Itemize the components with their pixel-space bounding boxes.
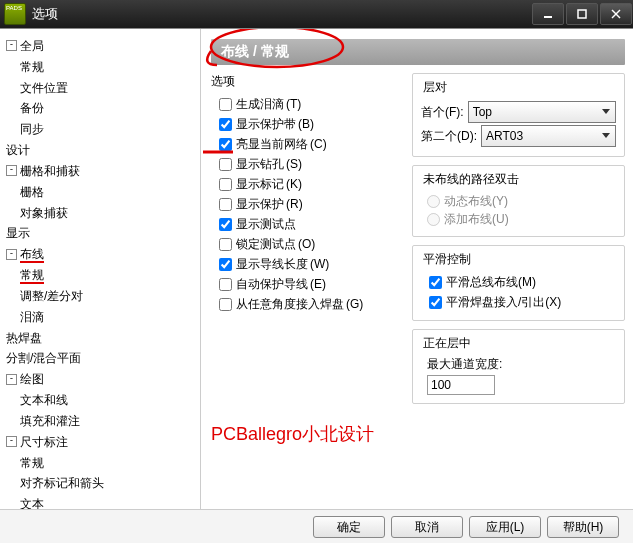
option-checkbox[interactable] bbox=[219, 238, 232, 251]
option-checkbox[interactable] bbox=[219, 198, 232, 211]
first-layer-label: 首个(F): bbox=[421, 104, 464, 121]
cancel-button[interactable]: 取消 bbox=[391, 516, 463, 538]
option-row: 亮显当前网络(C) bbox=[211, 134, 396, 154]
tree-node[interactable]: 文本和线 bbox=[20, 393, 68, 407]
option-accel: (B) bbox=[298, 117, 314, 131]
option-accel: (K) bbox=[286, 177, 302, 191]
tree-node[interactable]: 文件位置 bbox=[20, 80, 68, 94]
tree-node-grid[interactable]: 栅格和捕获 bbox=[20, 164, 80, 178]
option-row: 显示标记(K) bbox=[211, 174, 396, 194]
option-accel: (S) bbox=[286, 157, 302, 171]
tree-node[interactable]: 栅格 bbox=[20, 185, 44, 199]
option-checkbox[interactable] bbox=[219, 138, 232, 151]
ok-button[interactable]: 确定 bbox=[313, 516, 385, 538]
layer-pair-title: 层对 bbox=[421, 79, 449, 96]
category-tree[interactable]: -全局 常规 文件位置 备份 同步 设计 -栅格和捕获 栅格 对象捕获 显示 bbox=[0, 29, 201, 509]
option-row: 显示导线长度(W) bbox=[211, 254, 396, 274]
tree-toggle-icon[interactable]: - bbox=[6, 249, 17, 260]
option-checkbox[interactable] bbox=[219, 98, 232, 111]
tree-node[interactable]: 对象捕获 bbox=[20, 205, 68, 219]
tree-node[interactable]: 备份 bbox=[20, 101, 44, 115]
second-layer-label: 第二个(D): bbox=[421, 128, 477, 145]
tree-node-dimension[interactable]: 尺寸标注 bbox=[20, 435, 68, 449]
unrouted-title: 未布线的路径双击 bbox=[421, 171, 521, 188]
tree-node[interactable]: 泪滴 bbox=[20, 310, 44, 324]
option-label: 显示标记 bbox=[236, 176, 284, 193]
second-layer-select[interactable]: ART03 bbox=[481, 125, 616, 147]
tree-toggle-icon[interactable]: - bbox=[6, 40, 17, 51]
tree-node-draw[interactable]: 绘图 bbox=[20, 372, 44, 386]
close-button[interactable] bbox=[600, 3, 632, 25]
tree-node[interactable]: 对齐标记和箭头 bbox=[20, 476, 104, 490]
maximize-button[interactable] bbox=[566, 3, 598, 25]
dynamic-route-label: 动态布线(Y) bbox=[444, 193, 508, 210]
option-row: 显示保护带(B) bbox=[211, 114, 396, 134]
option-accel: (O) bbox=[298, 237, 315, 251]
max-channel-input[interactable] bbox=[427, 375, 495, 395]
smooth-bus-label: 平滑总线布线(M) bbox=[446, 274, 536, 291]
options-dialog: 选项 -全局 常规 文件位置 备份 同步 设计 -栅格和捕获 bbox=[0, 0, 633, 543]
tree-node-routing-general[interactable]: 常规 bbox=[20, 268, 44, 284]
add-route-radio[interactable] bbox=[427, 213, 440, 226]
unrouted-group: 未布线的路径双击 动态布线(Y) 添加布线(U) bbox=[412, 165, 625, 237]
dialog-button-bar: 确定 取消 应用(L) 帮助(H) bbox=[0, 509, 633, 543]
option-row: 显示保护(R) bbox=[211, 194, 396, 214]
content-pane: 布线 / 常规 选项 生成泪滴(T)显示保护带(B)亮显当前网络(C)显示钻孔(… bbox=[201, 29, 633, 509]
option-checkbox[interactable] bbox=[219, 298, 232, 311]
layer-pair-group: 层对 首个(F): Top 第二个(D): ART03 bbox=[412, 73, 625, 157]
tree-node-routing[interactable]: 布线 bbox=[20, 247, 44, 263]
tree-node[interactable]: 填充和灌注 bbox=[20, 414, 80, 428]
first-layer-select[interactable]: Top bbox=[468, 101, 616, 123]
option-checkbox[interactable] bbox=[219, 178, 232, 191]
option-row: 显示钻孔(S) bbox=[211, 154, 396, 174]
tree-node[interactable]: 调整/差分对 bbox=[20, 289, 83, 303]
option-accel: (G) bbox=[346, 297, 363, 311]
option-label: 生成泪滴 bbox=[236, 96, 284, 113]
option-checkbox[interactable] bbox=[219, 218, 232, 231]
option-accel: (R) bbox=[286, 197, 303, 211]
max-channel-label: 最大通道宽度: bbox=[427, 356, 616, 373]
tree-node-global[interactable]: 全局 bbox=[20, 39, 44, 53]
option-label: 显示钻孔 bbox=[236, 156, 284, 173]
option-label: 显示测试点 bbox=[236, 216, 296, 233]
tree-node[interactable]: 文本 bbox=[20, 497, 44, 509]
smooth-title: 平滑控制 bbox=[421, 251, 473, 268]
smooth-pad-checkbox[interactable] bbox=[429, 296, 442, 309]
app-icon bbox=[4, 3, 26, 25]
inlayer-title: 正在层中 bbox=[421, 335, 473, 352]
option-label: 自动保护导线 bbox=[236, 276, 308, 293]
option-checkbox[interactable] bbox=[219, 278, 232, 291]
section-header: 布线 / 常规 bbox=[211, 39, 625, 65]
smooth-bus-checkbox[interactable] bbox=[429, 276, 442, 289]
dynamic-route-radio[interactable] bbox=[427, 195, 440, 208]
tree-node-display[interactable]: 显示 bbox=[6, 226, 30, 240]
tree-node-design[interactable]: 设计 bbox=[6, 143, 30, 157]
watermark-text: PCBallegro小北设计 bbox=[211, 422, 625, 446]
option-accel: (C) bbox=[310, 137, 327, 151]
tree-toggle-icon[interactable]: - bbox=[6, 165, 17, 176]
minimize-button[interactable] bbox=[532, 3, 564, 25]
tree-toggle-icon[interactable]: - bbox=[6, 374, 17, 385]
titlebar: 选项 bbox=[0, 0, 633, 28]
apply-button[interactable]: 应用(L) bbox=[469, 516, 541, 538]
option-row: 生成泪滴(T) bbox=[211, 94, 396, 114]
tree-node-thermal[interactable]: 热焊盘 bbox=[6, 330, 42, 344]
option-label: 显示导线长度 bbox=[236, 256, 308, 273]
help-button[interactable]: 帮助(H) bbox=[547, 516, 619, 538]
tree-node-split[interactable]: 分割/混合平面 bbox=[6, 351, 81, 365]
option-row: 自动保护导线(E) bbox=[211, 274, 396, 294]
option-checkbox[interactable] bbox=[219, 158, 232, 171]
option-label: 显示保护 bbox=[236, 196, 284, 213]
option-accel: (E) bbox=[310, 277, 326, 291]
option-label: 从任意角度接入焊盘 bbox=[236, 296, 344, 313]
tree-node[interactable]: 常规 bbox=[20, 60, 44, 74]
option-checkbox[interactable] bbox=[219, 118, 232, 131]
option-row: 显示测试点 bbox=[211, 214, 396, 234]
tree-node[interactable]: 常规 bbox=[20, 455, 44, 469]
add-route-label: 添加布线(U) bbox=[444, 211, 509, 228]
tree-toggle-icon[interactable]: - bbox=[6, 436, 17, 447]
tree-node[interactable]: 同步 bbox=[20, 122, 44, 136]
option-label: 显示保护带 bbox=[236, 116, 296, 133]
option-accel: (T) bbox=[286, 97, 301, 111]
option-checkbox[interactable] bbox=[219, 258, 232, 271]
